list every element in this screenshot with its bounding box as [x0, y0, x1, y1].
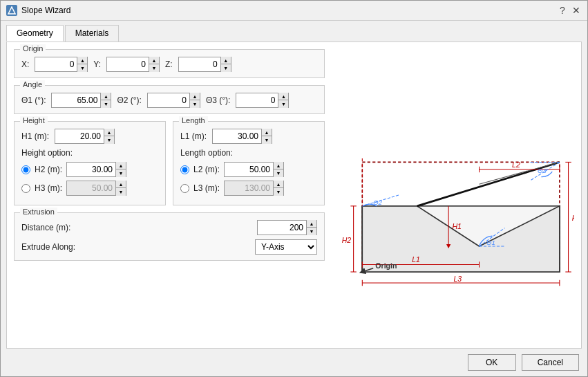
l1-spinner[interactable]: ▲ ▼: [212, 129, 272, 144]
length-group-label: Length: [179, 116, 208, 125]
theta3-input[interactable]: [236, 93, 278, 107]
svg-text:H1: H1: [452, 222, 462, 230]
theta2-input[interactable]: [148, 93, 189, 107]
x-input[interactable]: [35, 57, 77, 71]
z-up-btn[interactable]: ▲: [221, 57, 231, 64]
length-option-label: Length option:: [180, 148, 233, 158]
z-input[interactable]: [179, 57, 220, 71]
height-group-label: Height: [20, 116, 48, 125]
x-label: X:: [21, 59, 29, 69]
l3-label: L3 (m):: [193, 183, 220, 193]
extrusion-group: Extrusion Distance (m): ▲ ▼ Extrude Alon…: [14, 212, 325, 261]
h2-label: H2 (m):: [35, 165, 62, 174]
angle-group: Angle Θ1 (°): ▲ ▼ Θ2 (°): ▲: [14, 85, 325, 114]
tab-content-geometry: Origin X: ▲ ▼ Y: ▲: [6, 42, 582, 349]
theta2-up-btn[interactable]: ▲: [190, 93, 200, 100]
x-up-btn[interactable]: ▲: [77, 57, 87, 64]
h2-down-btn[interactable]: ▼: [116, 169, 126, 177]
theta2-spinner[interactable]: ▲ ▼: [147, 93, 200, 108]
l3-down-btn[interactable]: ▼: [274, 188, 283, 196]
h2-spinner[interactable]: ▲ ▼: [66, 162, 126, 177]
h3-spinner[interactable]: ▲ ▼: [66, 181, 126, 196]
origin-row: X: ▲ ▼ Y: ▲ ▼: [21, 57, 317, 72]
l2-up-btn[interactable]: ▲: [274, 162, 283, 169]
svg-text:L2: L2: [512, 160, 520, 169]
title-buttons: ? ✕: [557, 5, 582, 16]
cancel-button[interactable]: Cancel: [522, 354, 579, 371]
theta2-down-btn[interactable]: ▼: [190, 100, 200, 108]
tab-geometry[interactable]: Geometry: [6, 25, 64, 42]
extrude-along-select[interactable]: Y-Axis X-Axis Z-Axis: [255, 239, 317, 255]
h1-input[interactable]: [55, 129, 104, 143]
l3-radio[interactable]: [180, 184, 189, 193]
theta2-label: Θ2 (°):: [117, 95, 141, 105]
l2-radio[interactable]: [180, 165, 189, 174]
z-spinner[interactable]: ▲ ▼: [178, 57, 231, 72]
l2-radio-row: L2 (m): ▲ ▼: [180, 162, 317, 177]
angle-row: Θ1 (°): ▲ ▼ Θ2 (°): ▲ ▼: [21, 93, 317, 108]
theta1-down-btn[interactable]: ▼: [101, 100, 111, 108]
h1-up-btn[interactable]: ▲: [104, 129, 114, 136]
close-button[interactable]: ✕: [571, 5, 582, 16]
l2-input[interactable]: [225, 163, 273, 176]
height-option-label: Height option:: [21, 148, 73, 158]
h1-down-btn[interactable]: ▼: [104, 136, 114, 144]
l1-input[interactable]: [213, 129, 261, 143]
h3-radio[interactable]: [21, 184, 30, 193]
svg-text:Origin: Origin: [375, 261, 397, 270]
theta1-spinner-btns: ▲ ▼: [100, 93, 111, 108]
theta1-label: Θ1 (°):: [21, 95, 46, 105]
h3-down-btn[interactable]: ▼: [116, 188, 126, 196]
theta1-up-btn[interactable]: ▲: [101, 93, 111, 100]
theta3-down-btn[interactable]: ▼: [278, 100, 288, 108]
angle-group-label: Angle: [20, 80, 45, 89]
h2-up-btn[interactable]: ▲: [116, 162, 126, 169]
y-down-btn[interactable]: ▼: [149, 64, 159, 72]
h1-spinner[interactable]: ▲ ▼: [55, 129, 115, 144]
l1-down-btn[interactable]: ▼: [262, 136, 272, 144]
height-length-section: Height H1 (m): ▲ ▼ Height option:: [14, 121, 325, 205]
theta1-input[interactable]: [52, 93, 100, 107]
h2-radio[interactable]: [21, 165, 30, 174]
distance-spinner[interactable]: ▲ ▼: [257, 220, 317, 235]
x-down-btn[interactable]: ▼: [77, 64, 87, 72]
h3-spinner-btns: ▲ ▼: [115, 181, 126, 196]
y-input[interactable]: [107, 57, 149, 71]
l2-down-btn[interactable]: ▼: [274, 169, 283, 177]
h2-input[interactable]: [67, 163, 115, 176]
h1-row: H1 (m): ▲ ▼: [21, 129, 158, 144]
h3-input[interactable]: [67, 181, 115, 195]
l3-input[interactable]: [225, 181, 273, 195]
x-spinner[interactable]: ▲ ▼: [35, 57, 88, 72]
y-spinner[interactable]: ▲ ▼: [106, 57, 160, 72]
l2-spinner[interactable]: ▲ ▼: [224, 162, 284, 177]
l1-up-btn[interactable]: ▲: [262, 129, 272, 136]
h3-radio-row: H3 (m): ▲ ▼: [21, 181, 158, 196]
ok-button[interactable]: OK: [468, 354, 516, 371]
z-down-btn[interactable]: ▼: [221, 64, 231, 72]
l1-row: L1 (m): ▲ ▼: [180, 129, 317, 144]
tab-materials[interactable]: Materials: [65, 25, 120, 42]
theta3-label: Θ3 (°):: [206, 95, 230, 105]
help-button[interactable]: ?: [557, 5, 568, 16]
y-up-btn[interactable]: ▲: [149, 57, 159, 64]
extrusion-group-label: Extrusion: [20, 208, 57, 216]
slope-wizard-dialog: Slope Wizard ? ✕ Geometry Materials Orig…: [0, 0, 588, 377]
l3-up-btn[interactable]: ▲: [274, 181, 283, 188]
distance-row: Distance (m): ▲ ▼: [21, 220, 317, 235]
h3-up-btn[interactable]: ▲: [116, 181, 126, 188]
distance-up-btn[interactable]: ▲: [307, 220, 316, 228]
svg-text:H3: H3: [572, 214, 574, 222]
theta2-spinner-btns: ▲ ▼: [189, 93, 200, 108]
tab-bar: Geometry Materials: [1, 21, 587, 42]
distance-spinner-btns: ▲ ▼: [306, 220, 316, 235]
theta3-up-btn[interactable]: ▲: [278, 93, 288, 100]
theta1-spinner[interactable]: ▲ ▼: [51, 93, 111, 108]
h2-radio-row: H2 (m): ▲ ▼: [21, 162, 158, 177]
l3-spinner[interactable]: ▲ ▼: [224, 181, 284, 196]
distance-down-btn[interactable]: ▼: [307, 228, 316, 235]
distance-input[interactable]: [258, 221, 306, 235]
theta3-spinner[interactable]: ▲ ▼: [236, 93, 289, 108]
z-spinner-btns: ▲ ▼: [220, 57, 231, 72]
svg-text:Θ2: Θ2: [373, 199, 382, 206]
